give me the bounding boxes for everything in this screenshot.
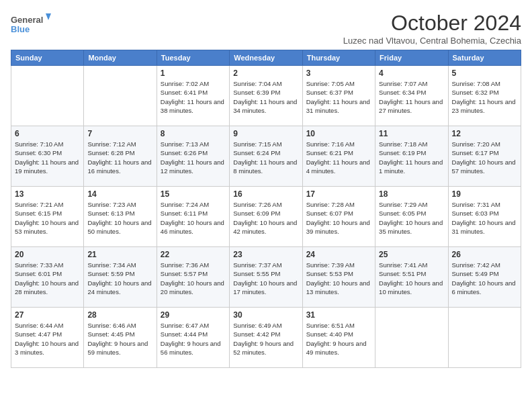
calendar-cell: 23 Sunrise: 7:37 AMSunset: 5:55 PMDaylig… — [230, 247, 302, 308]
day-info: Sunrise: 6:46 AMSunset: 4:45 PMDaylight:… — [87, 321, 152, 357]
calendar-cell: 8 Sunrise: 7:13 AMSunset: 6:26 PMDayligh… — [157, 126, 229, 187]
calendar-cell: 13 Sunrise: 7:21 AMSunset: 6:15 PMDaylig… — [11, 187, 84, 247]
calendar-cell: 7 Sunrise: 7:12 AMSunset: 6:28 PMDayligh… — [84, 126, 157, 187]
calendar-cell: 18 Sunrise: 7:29 AMSunset: 6:05 PMDaylig… — [375, 187, 448, 247]
calendar-cell: 17 Sunrise: 7:28 AMSunset: 6:07 PMDaylig… — [302, 187, 375, 247]
calendar-cell: 5 Sunrise: 7:08 AMSunset: 6:32 PMDayligh… — [448, 66, 521, 126]
svg-text:General: General — [11, 15, 43, 25]
logo: General Blue — [11, 11, 51, 38]
day-number: 19 — [452, 189, 517, 199]
day-number: 17 — [306, 189, 371, 199]
weekday-header-thursday: Thursday — [302, 50, 375, 66]
calendar-cell — [11, 66, 84, 126]
calendar-cell: 31 Sunrise: 6:51 AMSunset: 4:40 PMDaylig… — [302, 308, 375, 368]
day-number: 2 — [233, 68, 298, 78]
day-info: Sunrise: 7:18 AMSunset: 6:19 PMDaylight:… — [379, 140, 444, 175]
calendar-cell: 28 Sunrise: 6:46 AMSunset: 4:45 PMDaylig… — [84, 308, 157, 368]
calendar-cell — [375, 308, 448, 368]
day-info: Sunrise: 7:15 AMSunset: 6:24 PMDaylight:… — [233, 140, 298, 175]
calendar-cell: 21 Sunrise: 7:34 AMSunset: 5:59 PMDaylig… — [84, 247, 157, 308]
calendar-cell: 29 Sunrise: 6:47 AMSunset: 4:44 PMDaylig… — [157, 308, 229, 368]
weekday-header-saturday: Saturday — [448, 50, 521, 66]
calendar-cell: 24 Sunrise: 7:39 AMSunset: 5:53 PMDaylig… — [302, 247, 375, 308]
calendar-cell — [84, 66, 157, 126]
day-number: 30 — [233, 310, 298, 320]
day-number: 10 — [306, 129, 371, 138]
calendar-cell: 12 Sunrise: 7:20 AMSunset: 6:17 PMDaylig… — [448, 126, 521, 187]
calendar-cell: 15 Sunrise: 7:24 AMSunset: 6:11 PMDaylig… — [157, 187, 229, 247]
logo-svg: General Blue — [11, 11, 51, 38]
weekday-header-tuesday: Tuesday — [157, 50, 229, 66]
day-info: Sunrise: 7:02 AMSunset: 6:41 PMDaylight:… — [161, 79, 226, 115]
calendar-cell: 11 Sunrise: 7:18 AMSunset: 6:19 PMDaylig… — [375, 126, 448, 187]
calendar-cell: 1 Sunrise: 7:02 AMSunset: 6:41 PMDayligh… — [157, 66, 229, 126]
day-info: Sunrise: 7:29 AMSunset: 6:05 PMDaylight:… — [379, 200, 444, 236]
day-number: 22 — [161, 250, 226, 259]
day-number: 4 — [379, 68, 444, 78]
day-info: Sunrise: 6:44 AMSunset: 4:47 PMDaylight:… — [15, 321, 80, 357]
day-number: 7 — [87, 129, 152, 138]
day-number: 24 — [306, 250, 371, 259]
day-info: Sunrise: 7:21 AMSunset: 6:15 PMDaylight:… — [15, 200, 80, 236]
day-number: 16 — [233, 189, 298, 199]
day-info: Sunrise: 7:37 AMSunset: 5:55 PMDaylight:… — [233, 261, 298, 296]
calendar-table: SundayMondayTuesdayWednesdayThursdayFrid… — [11, 50, 521, 368]
calendar-cell: 22 Sunrise: 7:36 AMSunset: 5:57 PMDaylig… — [157, 247, 229, 308]
day-number: 11 — [379, 129, 444, 138]
day-info: Sunrise: 7:42 AMSunset: 5:49 PMDaylight:… — [452, 261, 517, 296]
weekday-header-wednesday: Wednesday — [230, 50, 302, 66]
day-number: 26 — [452, 250, 517, 259]
svg-marker-2 — [46, 13, 51, 20]
svg-text:Blue: Blue — [11, 24, 30, 34]
day-info: Sunrise: 7:39 AMSunset: 5:53 PMDaylight:… — [306, 261, 371, 296]
day-info: Sunrise: 7:28 AMSunset: 6:07 PMDaylight:… — [306, 200, 371, 236]
day-info: Sunrise: 7:05 AMSunset: 6:37 PMDaylight:… — [306, 79, 371, 115]
day-info: Sunrise: 7:36 AMSunset: 5:57 PMDaylight:… — [161, 261, 226, 296]
calendar-cell: 26 Sunrise: 7:42 AMSunset: 5:49 PMDaylig… — [448, 247, 521, 308]
weekday-header-friday: Friday — [375, 50, 448, 66]
calendar-cell: 10 Sunrise: 7:16 AMSunset: 6:21 PMDaylig… — [302, 126, 375, 187]
day-info: Sunrise: 7:20 AMSunset: 6:17 PMDaylight:… — [452, 140, 517, 175]
day-number: 8 — [161, 129, 226, 138]
calendar-cell: 4 Sunrise: 7:07 AMSunset: 6:34 PMDayligh… — [375, 66, 448, 126]
day-info: Sunrise: 6:49 AMSunset: 4:42 PMDaylight:… — [233, 321, 298, 357]
day-number: 1 — [161, 68, 226, 78]
day-number: 3 — [306, 68, 371, 78]
day-info: Sunrise: 7:34 AMSunset: 5:59 PMDaylight:… — [87, 261, 152, 296]
day-number: 21 — [87, 250, 152, 259]
day-number: 28 — [87, 310, 152, 320]
calendar-cell: 27 Sunrise: 6:44 AMSunset: 4:47 PMDaylig… — [11, 308, 84, 368]
day-number: 31 — [306, 310, 371, 320]
calendar-cell: 6 Sunrise: 7:10 AMSunset: 6:30 PMDayligh… — [11, 126, 84, 187]
calendar-cell: 14 Sunrise: 7:23 AMSunset: 6:13 PMDaylig… — [84, 187, 157, 247]
day-number: 14 — [87, 189, 152, 199]
title-section: October 2024 Luzec nad Vltavou, Central … — [343, 11, 521, 46]
calendar-cell: 25 Sunrise: 7:41 AMSunset: 5:51 PMDaylig… — [375, 247, 448, 308]
day-number: 13 — [15, 189, 80, 199]
calendar-cell: 2 Sunrise: 7:04 AMSunset: 6:39 PMDayligh… — [230, 66, 302, 126]
calendar-cell: 16 Sunrise: 7:26 AMSunset: 6:09 PMDaylig… — [230, 187, 302, 247]
day-info: Sunrise: 7:08 AMSunset: 6:32 PMDaylight:… — [452, 79, 517, 115]
calendar-cell: 20 Sunrise: 7:33 AMSunset: 6:01 PMDaylig… — [11, 247, 84, 308]
day-number: 15 — [161, 189, 226, 199]
day-info: Sunrise: 7:16 AMSunset: 6:21 PMDaylight:… — [306, 140, 371, 175]
day-info: Sunrise: 7:04 AMSunset: 6:39 PMDaylight:… — [233, 79, 298, 115]
day-info: Sunrise: 7:13 AMSunset: 6:26 PMDaylight:… — [161, 140, 226, 175]
day-info: Sunrise: 7:23 AMSunset: 6:13 PMDaylight:… — [87, 200, 152, 236]
weekday-header-sunday: Sunday — [11, 50, 84, 66]
day-info: Sunrise: 7:31 AMSunset: 6:03 PMDaylight:… — [452, 200, 517, 236]
day-number: 18 — [379, 189, 444, 199]
calendar-cell — [448, 308, 521, 368]
day-number: 25 — [379, 250, 444, 259]
day-number: 27 — [15, 310, 80, 320]
day-info: Sunrise: 7:26 AMSunset: 6:09 PMDaylight:… — [233, 200, 298, 236]
calendar-cell: 30 Sunrise: 6:49 AMSunset: 4:42 PMDaylig… — [230, 308, 302, 368]
calendar-cell: 19 Sunrise: 7:31 AMSunset: 6:03 PMDaylig… — [448, 187, 521, 247]
calendar-cell: 9 Sunrise: 7:15 AMSunset: 6:24 PMDayligh… — [230, 126, 302, 187]
day-number: 9 — [233, 129, 298, 138]
weekday-header-monday: Monday — [84, 50, 157, 66]
month-title: October 2024 — [343, 11, 521, 36]
calendar-cell: 3 Sunrise: 7:05 AMSunset: 6:37 PMDayligh… — [302, 66, 375, 126]
day-info: Sunrise: 7:41 AMSunset: 5:51 PMDaylight:… — [379, 261, 444, 296]
day-info: Sunrise: 7:33 AMSunset: 6:01 PMDaylight:… — [15, 261, 80, 296]
